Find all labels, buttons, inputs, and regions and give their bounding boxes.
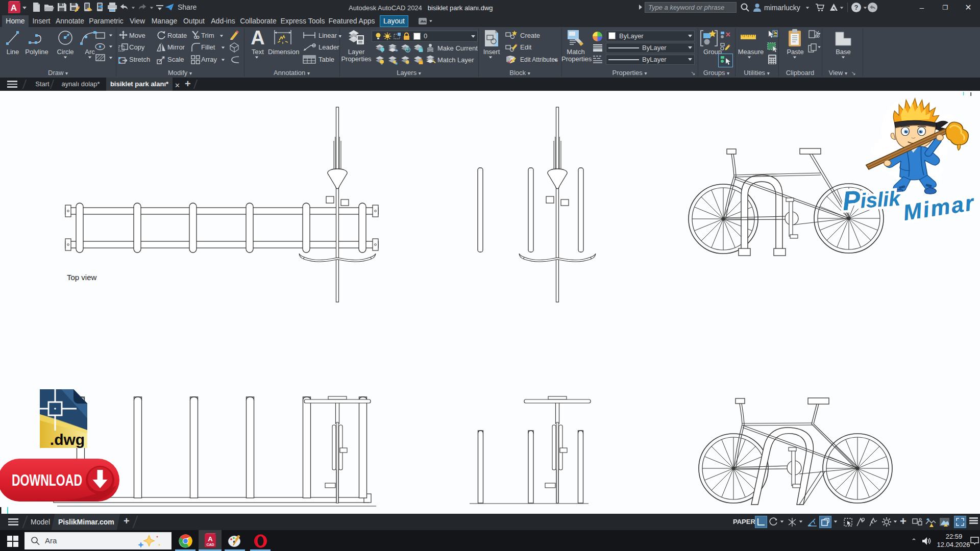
svg-text:CAD: CAD [206, 543, 214, 546]
svg-text:Top view: Top view [67, 273, 97, 282]
svg-text:Mimar: Mimar [901, 190, 976, 224]
svg-text:A: A [11, 3, 17, 13]
svg-text:A: A [208, 535, 213, 543]
svg-text:Pislik: Pislik [842, 182, 902, 216]
svg-text:.dwg: .dwg [50, 431, 85, 448]
svg-text:!: ! [934, 523, 935, 527]
svg-text:DOWNLOAD: DOWNLOAD [12, 471, 82, 489]
